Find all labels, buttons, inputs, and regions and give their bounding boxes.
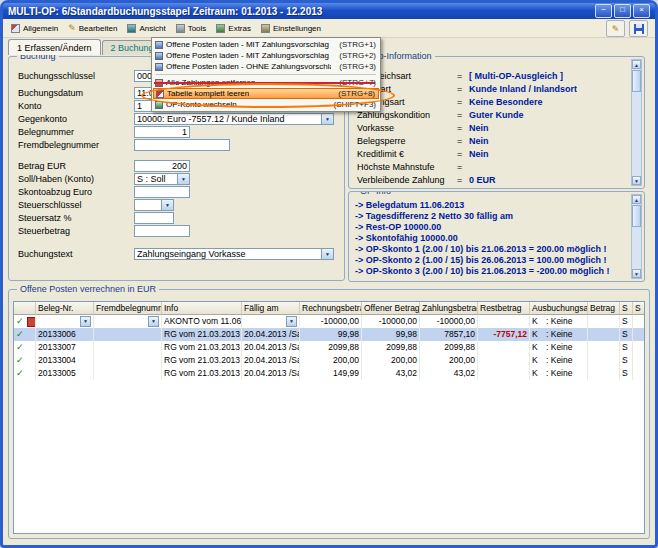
filter-dropdown-icon[interactable]: ▼ [80,316,91,327]
fremdbelegnummer-input[interactable] [134,139,230,151]
opinfo-line: -> OP-Skonto 1 (2.00 / 10) bis 21.06.201… [355,244,628,255]
menu-separator [156,74,376,75]
skontoabzug-input[interactable] [134,186,190,198]
akonto-flag-icon [27,317,36,327]
extras-icon [216,24,225,33]
ausgleichsart-value: [ Multi-OP-Ausgleich ] [469,71,563,81]
field-label: Belegnummer [18,127,134,137]
row-check-icon[interactable]: ✓ [16,367,24,380]
field-label: Skontoabzug Euro [18,187,134,197]
opinfo-line: -> OP-Skonto 3 (2.00 / 10) bis 21.06.201… [355,266,628,277]
steuersatz-input[interactable] [134,212,174,224]
filter-dropdown-icon[interactable]: ▼ [286,316,297,327]
save-button[interactable] [629,20,648,37]
menu-allgemein[interactable]: Allgemein [6,22,63,35]
col-ausbuchungsart[interactable]: Ausbuchungsart [530,302,588,315]
dropdown-icon[interactable]: ▼ [321,114,333,124]
op-row-akonto[interactable]: ✓ ▼ ▼ AKONTO vom 11.06.201 ▼ -10000,00 -… [14,315,644,328]
field-label: Soll/Haben (Konto) [18,174,134,184]
col-offener-betrag[interactable]: Offener Betrag [362,302,420,315]
belegnummer-input[interactable]: 1 [134,126,190,138]
col-zahlungsbetrag[interactable]: Zahlungsbetrag [420,302,478,315]
dropdown-icon[interactable]: ▼ [161,200,173,210]
edit-button[interactable]: ✎ [606,20,625,37]
tools-icon [176,24,185,33]
op-row[interactable]: ✓ 20133007 RG vom 21.03.2013 20.04.2013 … [14,341,644,354]
col-rechnungsbetrag[interactable]: Rechnungsbetrag [300,302,362,315]
kontoart-value: Kunde Inland / Inlandsort [469,84,577,94]
opinfo-group: OP-Info -> Belegdatum 11.06.2013 -> Tage… [348,191,645,282]
vorkasse-value: Nein [469,123,489,133]
row-check-icon[interactable]: ✓ [16,315,24,328]
opinfo-scrollbar[interactable]: ▲ ▼ [631,194,642,279]
scroll-up-icon[interactable]: ▲ [632,195,641,204]
col-beleg-nr[interactable]: Beleg-Nr. [36,302,94,315]
restbetrag-negative: -7757,12 [478,328,530,341]
tabstrip: 1 Erfassen/Ändern 2 Buchungen [8,39,174,55]
op-grid-header: Beleg-Nr. Fremdbelegnummer Info Fällig a… [14,302,644,315]
kontoinfo-group: Konto-Information Ausgleichsart=[ Multi-… [348,56,645,189]
minimize-button[interactable]: − [595,4,612,18]
col-faellig-am[interactable]: Fällig am [242,302,300,315]
op-row-selected[interactable]: ✓ 20133006 RG vom 21.03.2013 20.04.2013 … [14,328,644,341]
steuerbetrag-input[interactable] [134,225,190,237]
dropdown-icon[interactable]: ▼ [321,249,333,259]
steuerschluessel-combo[interactable]: ▼ [134,199,174,211]
field-label: Gegenkonto [18,114,134,124]
menu-einstellungen[interactable]: Einstellungen [256,22,326,35]
belegsperre-value: Nein [469,136,489,146]
buchungstext-combo[interactable]: Zahlungseingang Vorkasse ▼ [134,248,334,260]
soll-haben-combo[interactable]: S : Soll ▼ [134,173,190,185]
scrollbar-thumb[interactable] [632,205,641,227]
op-row[interactable]: ✓ 20133005 RG vom 21.03.2013 20.04.2013 … [14,367,644,380]
opinfo-line: -> Skontofähig 10000.00 [355,233,628,244]
row-check-icon[interactable]: ✓ [16,328,24,341]
op-grid: Beleg-Nr. Fremdbelegnummer Info Fällig a… [13,301,645,534]
maximize-button[interactable]: □ [614,4,631,18]
col-fremdbelegnummer[interactable]: Fremdbelegnummer [94,302,162,315]
multi-op-window: MULTI-OP: 6/Standardbuchungsstapel Zeitr… [0,0,658,548]
tab-erfassen-aendern[interactable]: 1 Erfassen/Ändern [8,39,101,55]
dropdown-icon[interactable]: ▼ [177,174,189,184]
scrollbar-thumb[interactable] [632,70,641,92]
col-betrag[interactable]: Betrag [588,302,620,315]
kontoinfo-scrollbar[interactable]: ▲ ▼ [631,59,642,186]
row-check-icon[interactable]: ✓ [16,354,24,367]
menu-item-load-op-with-proposal-no-skonto[interactable]: Offene Posten laden - MIT Zahlungsvorsch… [153,50,379,61]
col-s2[interactable]: S [633,302,644,315]
kreditlimit-value: Nein [469,149,489,159]
menu-item-load-op-without-proposal[interactable]: Offene Posten laden - OHNE Zahlungsvorsc… [153,61,379,72]
field-label: Buchungsschlüssel [18,71,134,81]
save-disk-icon [634,24,644,34]
menu-bearbeiten[interactable]: ✎ Bearbeiten [63,21,122,35]
opinfo-line: -> Tagesdifferenz 2 Netto 30 fällig am [355,211,628,222]
allgemein-icon [11,24,20,33]
field-label: Buchungsdatum [18,88,134,98]
pencil-icon: ✎ [68,23,76,33]
op-table-group-title: Offene Posten verrechnen in EUR [17,284,159,294]
scroll-up-icon[interactable]: ▲ [632,60,641,69]
opinfo-line: -> OP-Skonto 2 (1.00 / 15) bis 26.06.201… [355,255,628,266]
field-label: Konto [18,101,134,111]
menu-tools[interactable]: Tools [171,22,212,35]
toolbar-right: ✎ [606,20,648,37]
op-row[interactable]: ✓ 20133004 RG vom 21.03.2013 20.04.2013 … [14,354,644,367]
col-restbetrag[interactable]: Restbetrag [478,302,530,315]
window-title: MULTI-OP: 6/Standardbuchungsstapel Zeitr… [8,6,593,17]
menu-item-load-op-with-proposal[interactable]: Offene Posten laden - MIT Zahlungsvorsch… [153,39,379,50]
filter-dropdown-icon[interactable]: ▼ [148,316,159,327]
close-button[interactable]: × [633,4,650,18]
col-s1[interactable]: S [620,302,633,315]
load-op-icon [155,63,163,71]
scroll-down-icon[interactable]: ▼ [632,269,641,278]
zahlungskondition-value: Guter Kunde [469,110,524,120]
scroll-down-icon[interactable]: ▼ [632,176,641,185]
betrag-input[interactable]: 200 [134,160,190,172]
opinfo-line: -> Rest-OP 10000.00 [355,222,628,233]
col-info[interactable]: Info [162,302,242,315]
row-check-icon[interactable]: ✓ [16,341,24,354]
menu-ansicht[interactable]: Ansicht [122,22,170,35]
menu-extras[interactable]: Extras [211,22,256,35]
gegenkonto-combo[interactable]: 10000: Euro -7557.12 / Kunde Inland ▼ [134,113,334,125]
settings-gear-icon [261,24,270,33]
